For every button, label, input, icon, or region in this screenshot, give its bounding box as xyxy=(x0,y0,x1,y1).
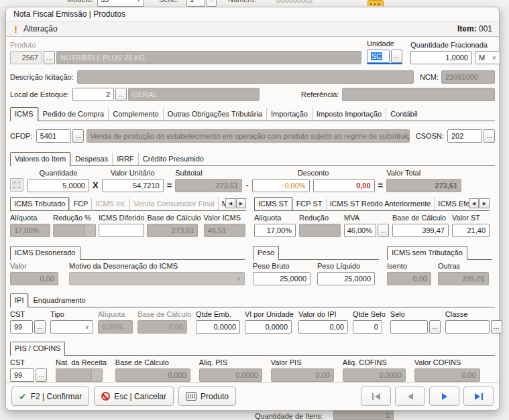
tab-pedido-de-compra[interactable]: Pedido de Compra xyxy=(38,108,109,121)
tab-ipi[interactable]: IPI xyxy=(10,293,28,307)
tab-icms-st-retido[interactable]: ICMS ST Retido Anteriormente xyxy=(326,198,435,210)
quantidade-field[interactable]: 5,0000 xyxy=(27,179,89,192)
st-aliquota-field[interactable]: 17,00% xyxy=(254,224,296,237)
selo-field[interactable] xyxy=(390,320,428,334)
mode-label: Alteração xyxy=(23,24,58,33)
tab-enquadramento[interactable]: Enquadramento xyxy=(28,294,89,307)
serie-field[interactable]: 1 xyxy=(186,0,205,7)
tab-valores-do-item[interactable]: Valores do Item xyxy=(10,152,70,166)
tab-imposto-importacao[interactable]: Imposto Importação xyxy=(312,108,386,121)
tab-icms-tributado[interactable]: ICMS Tributado xyxy=(10,197,69,210)
icms-sem-tributacao-group: ICMS sem Tributação Isento 0,00 Outras 2… xyxy=(387,247,492,285)
unidade-field[interactable]: SC xyxy=(367,50,390,63)
qtde-selo-field[interactable]: 0 xyxy=(353,320,382,334)
pis-cst-field[interactable]: 99 xyxy=(10,368,34,382)
peso-bruto-field[interactable]: 25,0000 xyxy=(253,272,310,285)
st-reducao-label: Redução xyxy=(299,214,341,222)
tab-icms[interactable]: ICMS xyxy=(10,107,38,121)
classe-lookup-button[interactable]: … xyxy=(491,320,502,334)
vl-por-unidade-field[interactable]: 0,0000 xyxy=(245,320,292,334)
tab-importacao[interactable]: Importação xyxy=(266,108,312,121)
nav-next-button[interactable] xyxy=(429,387,459,406)
icms-diferido-field[interactable] xyxy=(99,224,144,237)
icms-diferido-label: ICMS Diferido xyxy=(99,214,144,222)
nav-last-button[interactable] xyxy=(463,387,494,406)
pis-cst-lookup-button[interactable]: … xyxy=(36,368,47,382)
dialog-title: Nota Fiscal Emissão | Produtos xyxy=(6,7,499,21)
csosn-label: CSOSN: xyxy=(416,132,444,140)
ipi-section: IPI Enquadramento CST 99 … Tipo ∨ Alíquo… xyxy=(10,294,495,334)
mode-bar: ! Alteração Item: 001 xyxy=(6,21,499,37)
local-estoque-lookup-button[interactable]: … xyxy=(115,88,127,101)
confirm-button[interactable]: ✔ F2 | Confirmar xyxy=(11,387,89,406)
classe-label: Classe xyxy=(445,310,502,319)
minus-operator: - xyxy=(245,179,248,192)
calculator-icon[interactable]: +−×= xyxy=(10,178,23,192)
ipi-cst-field[interactable]: 99 xyxy=(10,320,33,334)
tab-fcp-st[interactable]: FCP ST xyxy=(292,198,326,210)
nav-previous-button[interactable] xyxy=(395,387,425,406)
tab-complemento[interactable]: Complemento xyxy=(108,108,162,121)
tab-scroll-left-icon[interactable]: ◀ xyxy=(225,198,235,208)
tab-outras-obrigacoes[interactable]: Outras Obrigações Tributária xyxy=(163,108,266,121)
ipi-tipo-label: Tipo xyxy=(50,310,93,319)
st-base-calculo-field[interactable]: 399,47 xyxy=(392,224,449,237)
quantidade-fracionada-field[interactable]: 1,0000 xyxy=(410,51,472,64)
produto-code-field[interactable]: 2567 xyxy=(10,51,42,64)
quantidade-itens-label: Quantidade de Itens: xyxy=(255,412,323,420)
quantidade-fracionada-unit-select[interactable]: M ∨ xyxy=(475,51,500,64)
ipi-tipo-select[interactable]: ∨ xyxy=(50,320,93,334)
tab-modalidade[interactable]: Moda xyxy=(218,198,225,210)
cfop-lookup-button[interactable]: … xyxy=(72,129,84,143)
selo-lookup-button[interactable]: … xyxy=(429,320,441,334)
unidade-lookup-button[interactable]: … xyxy=(391,50,402,63)
tab-despesas[interactable]: Despesas xyxy=(70,153,112,165)
produto-name-field: NUTRIBELL PLUS 25 KG xyxy=(56,51,361,64)
cancel-button[interactable]: Esc | Cancelar xyxy=(94,387,174,406)
local-estoque-code-field[interactable]: 2 xyxy=(72,88,114,101)
nat-receita-label: Nat. da Receita xyxy=(56,358,107,367)
mva-field[interactable]: 46,00% xyxy=(344,224,376,237)
ipi-tabs: IPI Enquadramento xyxy=(10,294,495,307)
modelo-select[interactable]: 55 ∨ xyxy=(97,0,144,7)
qtde-emb-field[interactable]: 0,0000 xyxy=(196,320,240,334)
icms-tributado-tabs: ICMS Tributado FCP ICMS Int. Venda Consu… xyxy=(10,198,246,211)
tab-icms-efetivo[interactable]: ICMS Efetivo xyxy=(434,198,469,210)
desconto-percent-field[interactable]: 0,00% xyxy=(252,179,310,192)
ipi-cst-lookup-button[interactable]: … xyxy=(34,320,46,334)
cfop-code-field[interactable]: 5401 xyxy=(36,129,71,143)
valor-unitario-field[interactable]: 54,7210 xyxy=(102,179,164,192)
tab-scroll-left-icon[interactable]: ◀ xyxy=(469,198,479,208)
valor-st-field[interactable]: 21,40 xyxy=(452,224,490,237)
cfop-description-field: Venda de produção do estabelecimento em … xyxy=(87,129,410,143)
tab-contabil[interactable]: Contábil xyxy=(386,108,421,121)
nav-first-button[interactable] xyxy=(361,387,391,406)
peso-bruto-label: Peso Bruto xyxy=(253,262,310,271)
valor-pis-field: 0,00 xyxy=(271,368,334,382)
tab-scroll-right-icon[interactable]: ▶ xyxy=(479,198,490,208)
tab-fcp[interactable]: FCP xyxy=(69,198,91,210)
tab-pis-cofins[interactable]: PIS / COFINS xyxy=(10,342,65,356)
tab-icms-st[interactable]: ICMS ST xyxy=(254,197,292,210)
icms-desonerado-title: ICMS Desonerado xyxy=(10,246,80,260)
tab-scroll-right-icon[interactable]: ▶ xyxy=(236,198,246,208)
desconto-valor-field[interactable]: 0,00 xyxy=(313,179,375,192)
serie-lookup-button[interactable]: … xyxy=(207,0,217,7)
csosn-field[interactable]: 202 xyxy=(447,129,482,143)
ipi-cst-label: CST xyxy=(10,310,46,319)
valor-ipi-field[interactable]: 0,00 xyxy=(298,320,348,334)
barcode-icon xyxy=(367,0,384,6)
mva-lookup-button[interactable]: … xyxy=(378,224,389,237)
chevron-down-icon: ∨ xyxy=(133,0,141,3)
produto-lookup-button[interactable]: … xyxy=(44,51,55,64)
tab-irrf[interactable]: IRRF xyxy=(112,153,138,165)
csosn-lookup-button[interactable]: … xyxy=(484,129,495,143)
classe-field[interactable] xyxy=(445,320,490,334)
nat-receita-lookup-button: … xyxy=(91,368,103,382)
icms-reducao-field xyxy=(53,224,84,237)
icms-aliquota-field: 17,00% xyxy=(10,224,50,237)
descricao-licitacao-label: Descrição licitação: xyxy=(10,73,74,81)
product-button[interactable]: Produto xyxy=(178,387,236,406)
tab-credito-presumido[interactable]: Crédito Presumido xyxy=(138,153,208,165)
peso-liquido-field[interactable]: 25,0000 xyxy=(317,272,375,285)
